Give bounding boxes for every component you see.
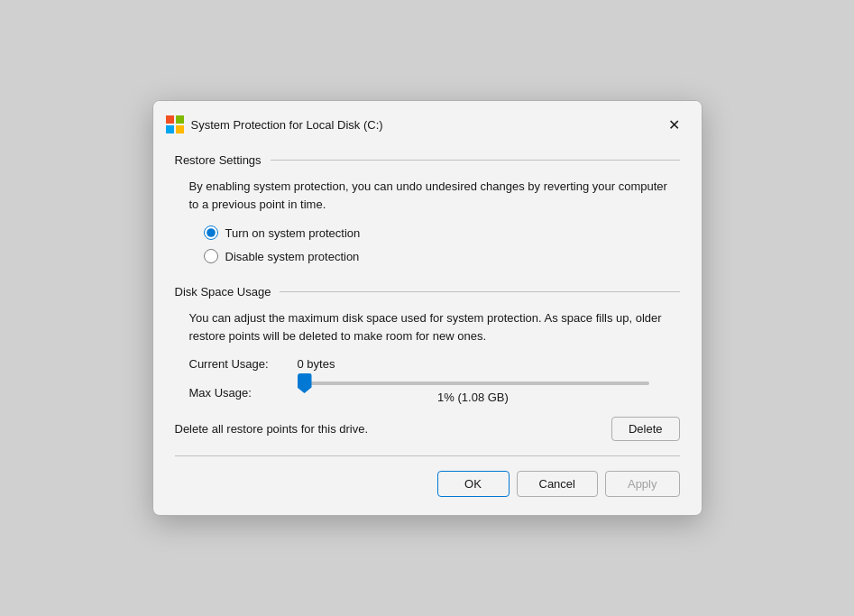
restore-settings-title: Restore Settings xyxy=(175,153,262,167)
current-usage-value: 0 bytes xyxy=(298,357,335,371)
radio-turn-on-text: Turn on system protection xyxy=(225,226,361,240)
slider-track-wrapper xyxy=(298,382,649,385)
title-bar-left: System Protection for Local Disk (C:) xyxy=(166,115,383,133)
dialog-title: System Protection for Local Disk (C:) xyxy=(191,118,383,132)
max-usage-slider[interactable] xyxy=(298,382,649,385)
disk-space-divider xyxy=(280,291,679,292)
restore-settings-description: By enabling system protection, you can u… xyxy=(189,178,680,213)
usage-grid: Current Usage: 0 bytes Max Usage: 1% (1.… xyxy=(189,357,680,404)
current-usage-row: Current Usage: 0 bytes xyxy=(189,357,680,371)
delete-button[interactable]: Delete xyxy=(611,417,680,441)
radio-turn-on-label[interactable]: Turn on system protection xyxy=(204,225,680,240)
max-usage-label: Max Usage: xyxy=(189,386,298,400)
radio-turn-on[interactable] xyxy=(204,225,218,240)
delete-row: Delete all restore points for this drive… xyxy=(175,417,680,441)
bottom-divider xyxy=(175,455,680,456)
restore-settings-header: Restore Settings xyxy=(175,153,680,167)
disk-space-section: Disk Space Usage You can adjust the maxi… xyxy=(175,285,680,441)
restore-settings-divider xyxy=(271,160,680,161)
disk-space-description: You can adjust the maximum disk space us… xyxy=(189,309,680,345)
cancel-button[interactable]: Cancel xyxy=(517,471,598,497)
radio-disable[interactable] xyxy=(204,249,218,263)
system-protection-dialog: System Protection for Local Disk (C:) ✕ … xyxy=(152,100,702,516)
radio-group: Turn on system protection Disable system… xyxy=(204,225,680,263)
close-button[interactable]: ✕ xyxy=(662,112,687,137)
disk-space-header: Disk Space Usage xyxy=(175,285,680,299)
title-bar: System Protection for Local Disk (C:) ✕ xyxy=(153,101,702,146)
slider-value-display: 1% (1.08 GB) xyxy=(298,391,649,404)
button-row: OK Cancel Apply xyxy=(175,467,680,501)
max-usage-row: Max Usage: 1% (1.08 GB) xyxy=(189,382,680,404)
current-usage-label: Current Usage: xyxy=(189,357,298,371)
dialog-body: Restore Settings By enabling system prot… xyxy=(153,146,702,515)
radio-disable-label[interactable]: Disable system protection xyxy=(204,249,680,263)
disk-space-title: Disk Space Usage xyxy=(175,285,271,299)
radio-disable-text: Disable system protection xyxy=(225,250,360,263)
apply-button[interactable]: Apply xyxy=(605,471,680,497)
windows-icon xyxy=(166,115,184,133)
ok-button[interactable]: OK xyxy=(437,471,510,497)
delete-text: Delete all restore points for this drive… xyxy=(175,422,369,436)
slider-container: 1% (1.08 GB) xyxy=(298,382,649,404)
